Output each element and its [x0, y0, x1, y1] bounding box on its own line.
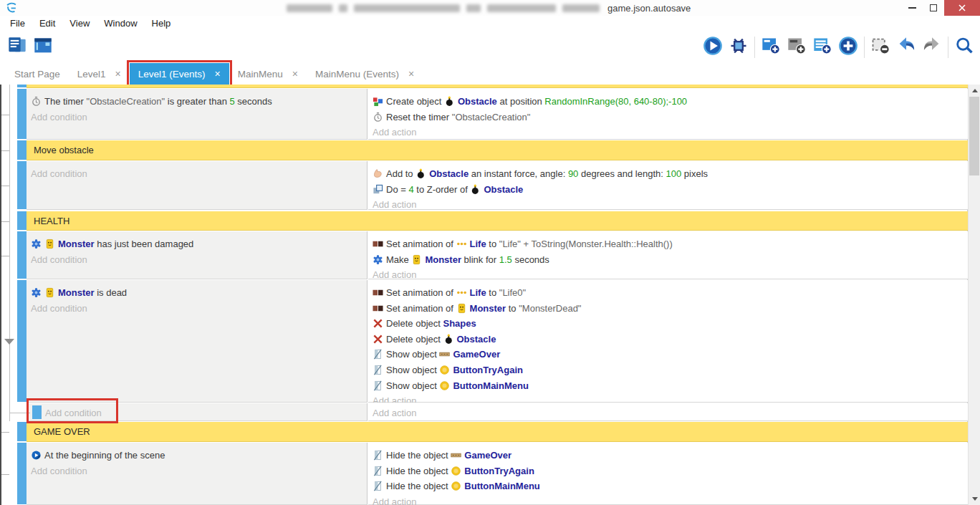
- group-header-row-move-obstacle[interactable]: Move obstacle: [0, 140, 968, 160]
- event-selection-bar[interactable]: [17, 443, 27, 504]
- action-line[interactable]: Reset the timer "ObstacleCreation": [373, 110, 968, 125]
- scroll-down-button[interactable]: [969, 494, 980, 504]
- event-selection-bar[interactable]: [17, 280, 27, 402]
- add-comment-button[interactable]: [810, 34, 835, 61]
- search-button[interactable]: [951, 34, 977, 61]
- minimize-button[interactable]: [901, 0, 923, 16]
- add-condition-button[interactable]: Add condition: [31, 252, 367, 268]
- event-selection-bar[interactable]: [17, 85, 27, 87]
- tab-close-icon[interactable]: ×: [215, 68, 221, 80]
- menu-help[interactable]: Help: [145, 16, 178, 32]
- play-button[interactable]: [700, 34, 726, 61]
- action-line[interactable]: Show object ButtonTryAgain: [373, 362, 968, 378]
- tab-level1[interactable]: Level1×: [69, 63, 130, 85]
- event-row[interactable]: The timer "ObstacleCreation" is greater …: [0, 89, 968, 140]
- action-line[interactable]: Show object ButtonMainMenu: [373, 378, 968, 394]
- restore-button[interactable]: [923, 0, 944, 16]
- action-line[interactable]: Set animation of Life to "Life" + ToStri…: [373, 236, 968, 252]
- add-subevent-button[interactable]: [784, 34, 810, 61]
- collapse-expand-arrow-icon[interactable]: [4, 339, 14, 345]
- actions-cell[interactable]: Add to Obstacle an instant force, angle:…: [368, 161, 968, 210]
- action-line[interactable]: Make Monster blink for 1.5 seconds: [373, 252, 968, 268]
- scroll-up-button[interactable]: [969, 85, 980, 96]
- add-action-button[interactable]: Add action: [373, 125, 968, 140]
- add-action-button[interactable]: Add action: [373, 267, 968, 279]
- group-header-row-game-over[interactable]: GAME OVER: [0, 422, 968, 442]
- add-circle-button[interactable]: [835, 34, 861, 61]
- menu-view[interactable]: View: [62, 16, 97, 32]
- action-line[interactable]: Hide the object ButtonTryAgain: [373, 463, 968, 479]
- tab-start-page[interactable]: Start Page: [6, 63, 69, 85]
- add-condition-button[interactable]: Add condition: [31, 166, 367, 182]
- event-selection-bar[interactable]: [17, 422, 27, 441]
- subevent-row[interactable]: Add conditionAdd action: [0, 403, 968, 421]
- condition-line[interactable]: The timer "ObstacleCreation" is greater …: [31, 94, 367, 110]
- action-line[interactable]: Do = 4 to Z-order of Obstacle: [373, 182, 968, 198]
- event-selection-bar[interactable]: [17, 89, 27, 139]
- menu-file[interactable]: File: [3, 16, 32, 32]
- conditions-cell[interactable]: Add condition: [29, 403, 368, 421]
- add-condition-button[interactable]: Add condition: [31, 110, 367, 125]
- event-selection-bar[interactable]: [17, 211, 27, 230]
- add-event-button[interactable]: [758, 34, 784, 61]
- tab-close-icon[interactable]: ×: [292, 68, 298, 80]
- actions-cell[interactable]: Add action: [368, 403, 968, 421]
- event-selection-bar[interactable]: [17, 231, 27, 279]
- undo-button[interactable]: [893, 34, 919, 61]
- animation-icon: [373, 239, 383, 249]
- tab-close-icon[interactable]: ×: [115, 68, 121, 80]
- redo-button[interactable]: [919, 34, 945, 61]
- tab-mainmenu[interactable]: MainMenu×: [229, 63, 307, 85]
- action-line[interactable]: Delete object Shapes: [373, 316, 968, 332]
- close-button[interactable]: [944, 0, 980, 16]
- event-selection-bar[interactable]: [17, 140, 27, 160]
- actions-cell[interactable]: Hide the object GameOverHide the object …: [368, 443, 968, 505]
- conditions-cell[interactable]: Add condition: [27, 161, 368, 210]
- add-action-button[interactable]: Add action: [373, 494, 968, 505]
- subevent-selection-bar[interactable]: [32, 405, 42, 419]
- conditions-cell[interactable]: Monster has just been damagedAdd conditi…: [27, 231, 368, 279]
- event-row[interactable]: Monster is deadAdd conditionSet animatio…: [0, 280, 968, 403]
- action-line[interactable]: Set animation of Monster to "MonsterDead…: [373, 301, 968, 317]
- action-line[interactable]: Set animation of Life to "Life0": [373, 285, 968, 301]
- group-header-row-health[interactable]: HEALTH: [0, 211, 968, 231]
- conditions-cell[interactable]: At the beginning of the sceneAdd conditi…: [27, 443, 368, 505]
- group-header-row[interactable]: [0, 85, 968, 88]
- scrollbar-thumb[interactable]: [969, 97, 979, 175]
- tab-mainmenu-events[interactable]: MainMenu (Events)×: [307, 63, 423, 85]
- condition-line[interactable]: Monster has just been damaged: [31, 236, 367, 252]
- event-row[interactable]: Monster has just been damagedAdd conditi…: [0, 231, 968, 279]
- add-condition-button[interactable]: Add condition: [31, 301, 367, 317]
- debug-button[interactable]: [726, 34, 751, 61]
- menu-window[interactable]: Window: [97, 16, 144, 32]
- menu-edit[interactable]: Edit: [32, 16, 62, 32]
- actions-cell[interactable]: Create object Obstacle at position Rando…: [368, 89, 968, 140]
- actions-cell[interactable]: Set animation of Life to "Life0"Set anim…: [368, 280, 968, 403]
- add-action-button[interactable]: Add action: [373, 405, 968, 421]
- event-row[interactable]: Add conditionAdd to Obstacle an instant …: [0, 161, 968, 210]
- add-action-button[interactable]: Add action: [373, 393, 968, 403]
- action-line[interactable]: Hide the object ButtonMainMenu: [373, 478, 968, 494]
- add-condition-button[interactable]: Add condition: [31, 463, 367, 479]
- conditions-cell[interactable]: The timer "ObstacleCreation" is greater …: [27, 89, 368, 140]
- tab-close-icon[interactable]: ×: [408, 68, 414, 80]
- action-line[interactable]: Add to Obstacle an instant force, angle:…: [373, 166, 968, 182]
- event-selection-bar[interactable]: [17, 161, 27, 209]
- action-line[interactable]: Show object GameOver: [373, 347, 968, 362]
- scene-editor-button[interactable]: [30, 34, 56, 61]
- action-line[interactable]: Create object Obstacle at position Rando…: [373, 94, 968, 110]
- condition-line[interactable]: At the beginning of the scene: [31, 448, 367, 463]
- add-condition-button[interactable]: Add condition: [45, 405, 367, 421]
- project-manager-button[interactable]: [4, 34, 30, 61]
- tab-level1-events[interactable]: Level1 (Events)×: [130, 63, 229, 85]
- condition-line[interactable]: Monster is dead: [31, 285, 367, 301]
- conditions-cell[interactable]: Monster is deadAdd condition: [27, 280, 368, 403]
- action-line[interactable]: Delete object Obstacle: [373, 332, 968, 347]
- actions-cell[interactable]: Set animation of Life to "Life" + ToStri…: [368, 231, 968, 279]
- event-row[interactable]: At the beginning of the sceneAdd conditi…: [0, 443, 968, 505]
- action-line[interactable]: Hide the object GameOver: [373, 448, 968, 463]
- life-icon: [456, 239, 467, 249]
- add-action-button[interactable]: Add action: [373, 197, 968, 210]
- vertical-scrollbar[interactable]: [968, 85, 980, 505]
- delete-event-button[interactable]: [868, 34, 893, 61]
